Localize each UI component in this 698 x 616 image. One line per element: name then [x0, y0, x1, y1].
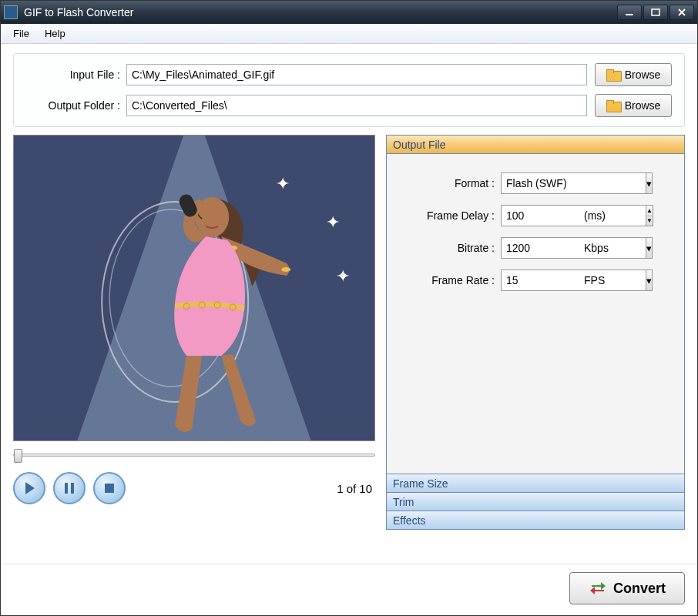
menubar: File Help [1, 24, 697, 44]
bitrate-row: Bitrate : ▾ Kbps [401, 237, 670, 259]
chevron-down-icon[interactable]: ▾ [646, 172, 653, 194]
maximize-button[interactable] [643, 5, 668, 20]
frame-slider[interactable] [13, 454, 375, 457]
star-icon: ✦ [326, 213, 340, 233]
output-folder-field[interactable] [126, 95, 587, 116]
star-icon: ✦ [336, 266, 350, 286]
minimize-button[interactable] [617, 5, 642, 20]
play-button[interactable] [13, 472, 45, 504]
svg-rect-1 [652, 9, 659, 15]
window-controls [617, 5, 694, 20]
svg-rect-12 [65, 483, 68, 494]
convert-label: Convert [613, 581, 666, 597]
browse-label: Browse [625, 69, 661, 81]
frame-delay-label: Frame Delay : [401, 209, 501, 222]
frame-delay-unit: (ms) [578, 209, 606, 222]
slider-thumb[interactable] [14, 449, 22, 463]
settings-column: Output File Format : ▾ Frame Delay : [386, 135, 685, 554]
accordion-effects[interactable]: Effects [387, 511, 684, 529]
frame-rate-select[interactable]: ▾ [501, 270, 578, 291]
bitrate-unit: Kbps [578, 242, 609, 254]
app-window: GIF to Flash Converter File Help Input F… [0, 0, 698, 616]
svg-rect-0 [626, 14, 633, 15]
window-title: GIF to Flash Converter [24, 6, 617, 18]
app-icon [4, 5, 18, 19]
main-area: ✦ ✦ ✦ [13, 135, 685, 554]
titlebar[interactable]: GIF to Flash Converter [1, 1, 697, 24]
svg-rect-14 [105, 484, 114, 493]
input-file-field[interactable] [126, 64, 587, 85]
input-file-label: Input File : [26, 69, 126, 81]
close-button[interactable] [669, 5, 694, 20]
file-panel: Input File : Browse Output Folder : Brow… [13, 53, 685, 127]
menu-help[interactable]: Help [39, 25, 72, 42]
frame-counter: 1 of 10 [337, 482, 375, 495]
browse-label: Browse [625, 99, 661, 112]
bitrate-value[interactable] [501, 237, 646, 259]
pause-button[interactable] [53, 472, 86, 504]
format-value[interactable] [501, 172, 646, 194]
frame-delay-spinner[interactable]: ▲▼ [501, 205, 578, 226]
accordion-frame-size[interactable]: Frame Size [387, 474, 684, 492]
frame-delay-row: Frame Delay : ▲▼ (ms) [401, 205, 670, 226]
output-file-panel: Format : ▾ Frame Delay : ▲▼ [387, 154, 684, 474]
frame-rate-unit: FPS [578, 274, 605, 286]
convert-button[interactable]: Convert [569, 572, 685, 604]
playback-controls [13, 472, 126, 504]
frame-rate-value[interactable] [501, 270, 646, 291]
output-folder-row: Output Folder : Browse [26, 94, 672, 117]
output-folder-label: Output Folder : [26, 99, 126, 112]
preview-pane: ✦ ✦ ✦ [13, 135, 375, 441]
svg-rect-13 [71, 483, 74, 494]
folder-icon [606, 69, 620, 80]
convert-icon [589, 581, 607, 596]
folder-icon [606, 100, 620, 111]
spinner-buttons[interactable]: ▲▼ [646, 205, 653, 226]
settings-accordion: Output File Format : ▾ Frame Delay : [386, 135, 685, 530]
preview-column: ✦ ✦ ✦ [13, 135, 375, 554]
browse-input-button[interactable]: Browse [595, 63, 672, 86]
chevron-down-icon[interactable]: ▾ [646, 270, 653, 291]
svg-point-11 [281, 267, 290, 272]
playback-row: 1 of 10 [13, 472, 375, 504]
chevron-down-icon[interactable]: ▾ [646, 237, 653, 259]
frame-rate-label: Frame Rate : [401, 274, 501, 286]
frame-rate-row: Frame Rate : ▾ FPS [401, 270, 670, 291]
menu-file[interactable]: File [7, 25, 35, 42]
format-select[interactable]: ▾ [501, 172, 601, 194]
browse-output-button[interactable]: Browse [595, 94, 672, 117]
input-file-row: Input File : Browse [26, 63, 672, 86]
bitrate-select[interactable]: ▾ [501, 237, 578, 259]
stop-button[interactable] [93, 472, 126, 504]
bitrate-label: Bitrate : [401, 242, 501, 254]
accordion-trim[interactable]: Trim [387, 492, 684, 511]
content-area: Input File : Browse Output Folder : Brow… [1, 44, 697, 564]
footer: Convert [1, 564, 697, 615]
preview-image [98, 163, 298, 440]
frame-delay-value[interactable] [501, 205, 646, 226]
accordion-output-file[interactable]: Output File [387, 136, 684, 154]
format-row: Format : ▾ [401, 172, 670, 194]
frame-slider-row [13, 447, 375, 463]
format-label: Format : [401, 177, 501, 189]
